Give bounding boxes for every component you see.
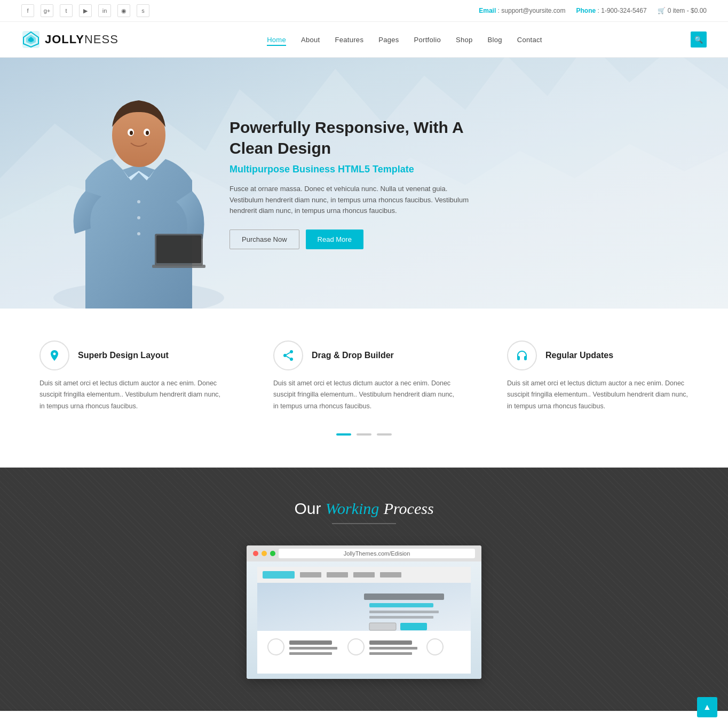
feature-2-header: Drag & Drop Builder	[273, 341, 455, 370]
mockup-header: JollyThemes.com/Edision	[247, 545, 481, 561]
read-more-button[interactable]: Read More	[306, 230, 363, 249]
phone-label: Phone	[576, 7, 596, 14]
svg-rect-39	[289, 640, 332, 645]
search-button[interactable]: 🔍	[691, 31, 707, 48]
hero-section: Powerfully Responsive, With A Clean Desi…	[0, 58, 728, 308]
svg-point-19	[290, 350, 293, 353]
svg-rect-43	[369, 640, 412, 645]
email-contact: Email : support@yoursite.com	[479, 7, 565, 14]
features-grid: Superb Design Layout Duis sit amet orci …	[21, 341, 707, 412]
svg-rect-30	[257, 583, 471, 631]
process-section: Our Working Process JollyThemes.com/Edis…	[0, 468, 728, 711]
svg-rect-15	[152, 265, 205, 268]
nav-blog[interactable]: Blog	[488, 36, 502, 44]
mockup-minimize-dot	[262, 551, 267, 556]
logo-part1: JOLLY	[45, 33, 84, 46]
nav-about[interactable]: About	[301, 36, 320, 44]
hero-description: Fusce at ornare massa. Donec et vehicula…	[230, 184, 475, 217]
hero-content: Powerfully Responsive, With A Clean Desi…	[230, 117, 507, 249]
cart-text: 0 item - $0.00	[668, 7, 707, 14]
hero-title: Powerfully Responsive, With A Clean Desi…	[230, 117, 507, 159]
nav-features[interactable]: Features	[335, 36, 364, 44]
facebook-icon[interactable]: f	[21, 4, 34, 17]
browser-mockup: JollyThemes.com/Edision	[247, 545, 481, 679]
nav-pages[interactable]: Pages	[378, 36, 399, 44]
svg-point-16	[137, 200, 140, 203]
youtube-icon[interactable]: ▶	[79, 4, 92, 17]
mockup-url-bar[interactable]: JollyThemes.com/Edision	[279, 549, 475, 558]
mockup-close-dot	[253, 551, 258, 556]
svg-point-20	[283, 354, 287, 357]
svg-point-17	[137, 216, 140, 219]
dribbble-icon[interactable]: ◉	[117, 4, 130, 17]
slider-dot-1[interactable]	[336, 433, 351, 436]
svg-rect-40	[289, 647, 337, 650]
logo-part2: NESS	[84, 33, 118, 46]
cart-info[interactable]: 🛒 0 item - $0.00	[658, 7, 707, 14]
logo-text: JOLLYNESS	[45, 33, 118, 46]
linkedin-icon[interactable]: in	[98, 4, 111, 17]
feature-2-title: Drag & Drop Builder	[312, 351, 394, 360]
google-plus-icon[interactable]: g+	[41, 4, 53, 17]
svg-rect-25	[263, 571, 295, 579]
svg-point-21	[290, 358, 293, 361]
svg-rect-44	[369, 647, 417, 650]
svg-rect-26	[300, 572, 321, 577]
feature-updates: Regular Updates Duis sit amet orci et le…	[507, 341, 689, 412]
social-icons: f g+ t ▶ in ◉ s	[21, 4, 149, 17]
hero-subtitle: Multipurpose Business HTML5 Template	[230, 164, 507, 175]
logo-icon	[21, 30, 41, 49]
feature-drag-drop: Drag & Drop Builder Duis sit amet orci e…	[273, 341, 455, 412]
header: JOLLYNESS Home About Features Pages Port…	[0, 22, 728, 58]
feature-1-desc: Duis sit amet orci et lectus dictum auct…	[39, 378, 221, 412]
share-icon	[282, 349, 295, 362]
svg-rect-32	[369, 603, 433, 607]
phone-value: 1-900-324-5467	[601, 7, 646, 14]
slider-dot-3[interactable]	[377, 433, 392, 436]
svg-point-11	[130, 131, 133, 135]
svg-rect-31	[364, 594, 444, 600]
process-title-part1: Our	[294, 500, 325, 517]
purchase-now-button[interactable]: Purchase Now	[230, 230, 299, 249]
feature-1-icon	[39, 341, 69, 370]
svg-line-22	[287, 357, 290, 359]
feature-3-title: Regular Updates	[545, 351, 613, 360]
email-label: Email	[479, 7, 496, 14]
svg-rect-14	[156, 235, 201, 263]
hero-buttons: Purchase Now Read More	[230, 230, 507, 249]
slider-dots	[21, 433, 707, 446]
logo[interactable]: JOLLYNESS	[21, 30, 118, 49]
mockup-screenshot	[257, 567, 471, 674]
feature-3-desc: Duis sit amet orci et lectus dictum auct…	[507, 378, 689, 412]
svg-point-18	[137, 232, 140, 235]
svg-line-23	[287, 353, 290, 355]
slider-dot-2[interactable]	[357, 433, 371, 436]
mockup-body	[247, 561, 481, 679]
process-title-part3: Process	[384, 500, 434, 517]
feature-1-title: Superb Design Layout	[78, 351, 169, 360]
svg-rect-37	[257, 631, 471, 674]
process-title: Our Working Process	[21, 500, 707, 518]
feature-1-header: Superb Design Layout	[39, 341, 221, 370]
process-title-part2: Working	[326, 500, 379, 517]
feature-2-icon	[273, 341, 303, 370]
nav-home[interactable]: Home	[267, 36, 286, 46]
top-bar: f g+ t ▶ in ◉ s Email : support@yoursite…	[0, 0, 728, 22]
search-icon: 🔍	[694, 36, 703, 44]
twitter-icon[interactable]: t	[60, 4, 73, 17]
person-illustration	[53, 74, 224, 308]
svg-rect-29	[380, 572, 401, 577]
cart-icon: 🛒	[658, 7, 666, 14]
svg-rect-35	[369, 623, 396, 630]
process-divider	[332, 523, 396, 524]
hero-person	[27, 63, 251, 308]
phone-contact: Phone : 1-900-324-5467	[576, 7, 647, 14]
feature-design-layout: Superb Design Layout Duis sit amet orci …	[39, 341, 221, 412]
skype-icon[interactable]: s	[137, 4, 149, 17]
nav-shop[interactable]: Shop	[456, 36, 473, 44]
nav-contact[interactable]: Contact	[517, 36, 542, 44]
svg-rect-41	[289, 652, 332, 655]
mockup-maximize-dot	[270, 551, 275, 556]
nav-portfolio[interactable]: Portfolio	[414, 36, 441, 44]
svg-point-12	[146, 131, 149, 135]
